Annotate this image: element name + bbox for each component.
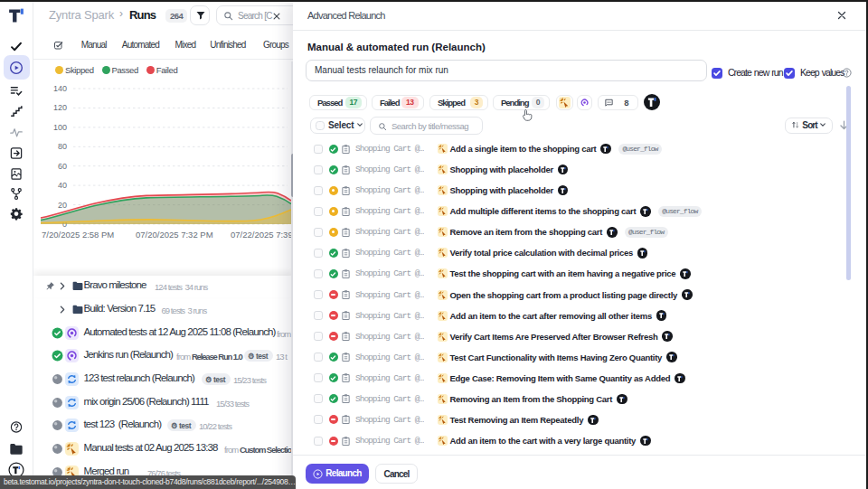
svg-text:20: 20 (58, 201, 67, 210)
svg-text:140: 140 (53, 84, 67, 93)
svg-text:80: 80 (58, 142, 67, 151)
svg-text:60: 60 (58, 162, 67, 171)
svg-text:100: 100 (53, 123, 67, 132)
svg-text:120: 120 (53, 103, 67, 112)
svg-text:40: 40 (58, 181, 67, 190)
